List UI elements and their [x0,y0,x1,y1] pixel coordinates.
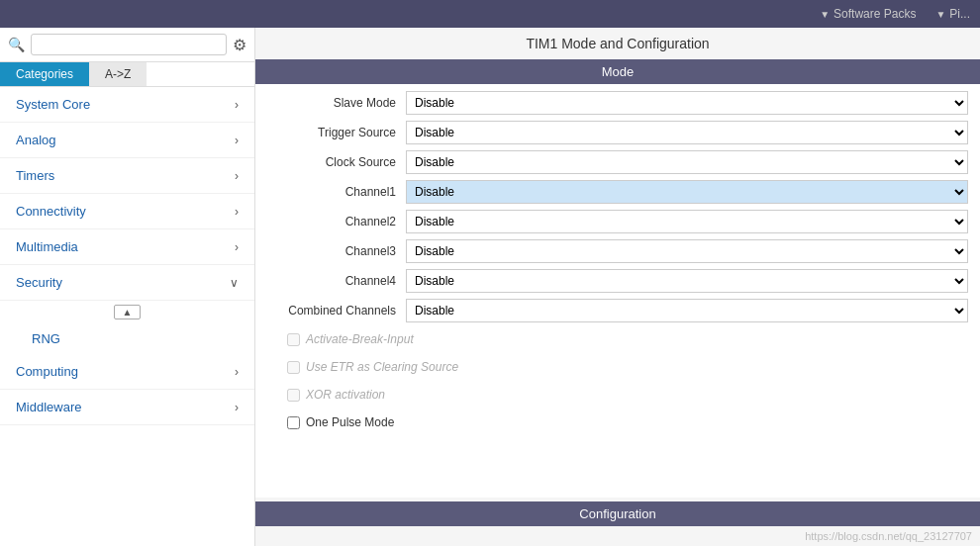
clock-source-select[interactable]: Disable [406,150,968,174]
checkbox-row-activate-break-input: Activate-Break-Input [267,327,968,351]
software-packs-menu[interactable]: ▼ Software Packs [820,7,916,21]
channel3-label: Channel3 [267,244,406,258]
main-layout: 🔍 ⚙ Categories A->Z System Core › Analog… [0,28,980,546]
sidebar-item-computing[interactable]: Computing › [0,354,254,390]
sidebar-item-rng[interactable]: RNG [0,323,254,354]
trigger-source-label: Trigger Source [267,126,406,139]
clock-source-label: Clock Source [267,155,406,169]
channel4-select[interactable]: Disable [406,269,968,293]
xor-activation-label: XOR activation [306,388,385,402]
chevron-right-icon: › [235,98,239,112]
top-bar: ▼ Software Packs ▼ Pi... [0,0,980,28]
collapse-button[interactable]: ▲ [114,305,142,319]
use-etr-checkbox[interactable] [287,361,300,374]
chevron-down-icon: ▼ [820,9,830,20]
sidebar-tabs: Categories A->Z [0,62,254,87]
slave-mode-select[interactable]: Disable [406,91,968,115]
content-area: TIM1 Mode and Configuration Mode Slave M… [255,28,980,546]
checkbox-row-xor-activation: XOR activation [267,383,968,407]
sidebar-item-label: Analog [16,133,55,147]
chevron-right-icon: › [235,169,239,183]
software-packs-label: Software Packs [833,7,916,21]
combined-channels-select[interactable]: Disable [406,299,968,322]
sidebar-item-security[interactable]: Security ∨ [0,265,254,301]
pinout-label: Pi... [949,7,970,21]
combined-channels-label: Combined Channels [267,304,406,318]
sidebar-item-label: Security [16,275,62,290]
mode-section-header: Mode [255,59,980,84]
checkbox-row-use-etr: Use ETR as Clearing Source [267,355,968,379]
form-row-channel3: Channel3 Disable [267,238,968,264]
one-pulse-mode-label: One Pulse Mode [306,415,394,429]
channel1-select[interactable]: Disable [406,180,968,204]
slave-mode-label: Slave Mode [267,96,406,110]
watermark: https://blog.csdn.net/qq_23127707 [255,526,980,546]
sidebar-item-analog[interactable]: Analog › [0,123,254,158]
chevron-right-icon: › [235,240,239,254]
channel4-label: Channel4 [267,274,406,288]
form-row-combined-channels: Combined Channels Disable [267,298,968,323]
sidebar-item-system-core[interactable]: System Core › [0,87,254,123]
sidebar-item-label: Middleware [16,400,81,414]
chevron-right-icon: › [235,134,239,147]
form-row-clock-source: Clock Source Disable [267,149,968,175]
sidebar: 🔍 ⚙ Categories A->Z System Core › Analog… [0,28,255,546]
sidebar-item-label: Computing [16,364,78,379]
form-row-slave-mode: Slave Mode Disable [267,90,968,116]
search-icon: 🔍 [8,37,25,52]
form-row-trigger-source: Trigger Source Disable [267,120,968,145]
chevron-right-icon: › [235,205,239,219]
checkbox-row-one-pulse-mode: One Pulse Mode [267,410,968,434]
tab-az[interactable]: A->Z [89,62,147,86]
trigger-source-select[interactable]: Disable [406,121,968,144]
channel2-label: Channel2 [267,215,406,228]
form-area: Slave Mode Disable Trigger Source Disabl… [255,84,980,498]
form-row-channel4: Channel4 Disable [267,268,968,294]
sidebar-item-label: Multimedia [16,239,78,254]
sidebar-item-label: Timers [16,168,54,183]
one-pulse-mode-checkbox[interactable] [287,416,300,429]
chevron-down-icon: ▼ [935,9,945,20]
sidebar-item-timers[interactable]: Timers › [0,158,254,194]
activate-break-input-label: Activate-Break-Input [306,332,414,346]
config-section-header: Configuration [255,501,980,526]
pinout-menu[interactable]: ▼ Pi... [935,7,970,21]
channel2-select[interactable]: Disable [406,210,968,233]
channel3-select[interactable]: Disable [406,239,968,263]
tab-categories[interactable]: Categories [0,62,89,86]
sidebar-nav: System Core › Analog › Timers › Connecti… [0,87,254,546]
sidebar-item-label: System Core [16,97,90,112]
chevron-right-icon: › [235,365,239,379]
activate-break-input-checkbox[interactable] [287,333,300,346]
expand-arrow: ▲ [0,301,254,323]
sidebar-item-label: Connectivity [16,204,86,219]
use-etr-label: Use ETR as Clearing Source [306,360,458,374]
chevron-right-icon: › [235,401,239,414]
form-row-channel2: Channel2 Disable [267,209,968,234]
gear-icon[interactable]: ⚙ [233,36,246,54]
form-row-channel1: Channel1 Disable [267,179,968,205]
search-input[interactable] [31,34,227,55]
content-title: TIM1 Mode and Configuration [255,28,980,59]
sidebar-item-middleware[interactable]: Middleware › [0,390,254,425]
search-bar: 🔍 ⚙ [0,28,254,62]
channel1-label: Channel1 [267,185,406,199]
sidebar-item-connectivity[interactable]: Connectivity › [0,194,254,229]
xor-activation-checkbox[interactable] [287,389,300,402]
sidebar-sub-label: RNG [32,331,60,346]
chevron-down-icon: ∨ [230,276,239,290]
sidebar-item-multimedia[interactable]: Multimedia › [0,229,254,265]
